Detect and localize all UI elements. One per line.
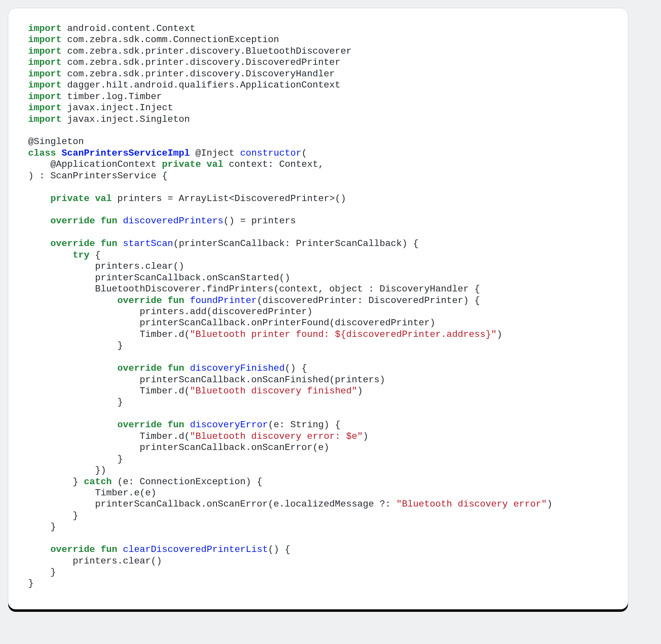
space xyxy=(162,419,168,430)
code-line: } xyxy=(28,397,123,407)
keyword-try: try xyxy=(73,250,90,260)
string-literal: "Bluetooth printer found: ${discoveredPr… xyxy=(190,329,497,340)
keyword-import: import xyxy=(28,91,62,102)
indent xyxy=(28,193,50,204)
space xyxy=(162,363,168,374)
space xyxy=(117,544,123,555)
code-line: printerScanCallback.onScanStarted() xyxy=(28,272,290,283)
code-line: } xyxy=(28,521,56,532)
keyword-class: class xyxy=(28,148,56,159)
text: context: Context, xyxy=(224,159,324,170)
text: Timber.d( xyxy=(28,386,190,396)
code-line: } xyxy=(28,340,123,351)
import-path: com.zebra.sdk.comm.ConnectionException xyxy=(62,34,279,45)
keyword-private: private xyxy=(50,193,90,204)
fn-foundPrinter: foundPrinter xyxy=(190,295,257,306)
import-path: javax.inject.Singleton xyxy=(62,114,190,125)
keyword-fun: fun xyxy=(168,419,185,430)
text: () { xyxy=(285,363,307,374)
string-literal: "Bluetooth discovery finished" xyxy=(190,386,357,396)
code-line: BluetoothDiscoverer.findPrinters(context… xyxy=(28,284,480,294)
code-line: printers.clear() xyxy=(28,261,184,272)
text: printers = ArrayList<DiscoveredPrinter>(… xyxy=(112,193,346,204)
indent xyxy=(28,544,50,555)
import-path: javax.inject.Inject xyxy=(62,102,173,113)
space xyxy=(95,238,101,249)
text: Timber.d( xyxy=(28,431,190,442)
import-path: dagger.hilt.android.qualifiers.Applicati… xyxy=(62,80,340,90)
keyword-val: val xyxy=(207,159,224,170)
import-path: com.zebra.sdk.printer.discovery.Discover… xyxy=(62,69,335,79)
fn-startScan: startScan xyxy=(123,238,174,249)
keyword-catch: catch xyxy=(84,476,112,487)
fn-discoveryError: discoveryError xyxy=(190,419,268,430)
code-line: printerScanCallback.onScanError(e) xyxy=(28,442,329,453)
import-path: timber.log.Timber xyxy=(62,91,162,102)
keyword-override: override xyxy=(117,363,162,374)
keyword-import: import xyxy=(28,57,62,68)
import-path: com.zebra.sdk.printer.discovery.Discover… xyxy=(62,57,340,68)
text: ( xyxy=(302,148,307,159)
code-line: printerScanCallback.onScanFinished(print… xyxy=(28,374,385,385)
fn-discoveredPrinters: discoveredPrinters xyxy=(123,215,224,226)
string-literal: "Bluetooth discovery error" xyxy=(396,499,547,509)
string-literal: "Bluetooth discovery error: $e" xyxy=(190,431,363,442)
space xyxy=(162,295,168,306)
keyword-fun: fun xyxy=(168,295,185,306)
text: (e: ConnectionException) { xyxy=(112,476,263,487)
text: @Inject xyxy=(190,148,240,159)
space xyxy=(117,238,123,249)
space xyxy=(95,215,101,226)
keyword-import: import xyxy=(28,114,62,125)
space xyxy=(184,363,190,374)
keyword-override: override xyxy=(50,215,95,226)
indent xyxy=(28,215,50,226)
keyword-fun: fun xyxy=(168,363,185,374)
code-card: import android.content.Context import co… xyxy=(8,8,628,609)
indent xyxy=(28,238,50,249)
indent xyxy=(28,363,117,374)
keyword-import: import xyxy=(28,23,62,34)
text: (e: String) { xyxy=(268,419,341,430)
annotation-singleton: @Singleton xyxy=(28,136,84,147)
code-line: Timber.e(e) xyxy=(28,488,157,498)
code-line: } xyxy=(28,567,56,578)
text: { xyxy=(90,250,101,260)
keyword-import: import xyxy=(28,80,62,90)
keyword-override: override xyxy=(117,419,162,430)
code-line: } xyxy=(28,578,34,589)
text: } xyxy=(28,476,84,487)
keyword-val: val xyxy=(95,193,112,204)
text: ) xyxy=(363,431,369,442)
space xyxy=(117,215,123,226)
code-line: } xyxy=(28,454,123,464)
keyword-import: import xyxy=(28,102,62,113)
keyword-fun: fun xyxy=(101,238,118,249)
code-line: printerScanCallback.onPrinterFound(disco… xyxy=(28,317,435,328)
indent xyxy=(28,295,117,306)
code-line: } xyxy=(28,510,78,521)
keyword-import: import xyxy=(28,46,62,57)
text: ) xyxy=(497,329,502,340)
import-path: com.zebra.sdk.printer.discovery.Bluetoot… xyxy=(62,46,352,57)
keyword-fun: fun xyxy=(101,215,118,226)
space xyxy=(90,193,95,204)
code-block: import android.content.Context import co… xyxy=(28,23,608,590)
space xyxy=(184,295,190,306)
fn-discoveryFinished: discoveryFinished xyxy=(190,363,285,374)
keyword-private: private xyxy=(162,159,201,170)
code-line: printers.add(discoveredPrinter) xyxy=(28,306,313,317)
fn-clearDiscoveredPrinterList: clearDiscoveredPrinterList xyxy=(123,544,268,555)
code-line: }) xyxy=(28,465,106,476)
constructor-keyword: constructor xyxy=(240,148,302,159)
text: (printerScanCallback: PrinterScanCallbac… xyxy=(173,238,418,249)
indent xyxy=(28,419,117,430)
keyword-fun: fun xyxy=(101,544,118,555)
space xyxy=(184,419,190,430)
keyword-override: override xyxy=(50,238,95,249)
space xyxy=(201,159,207,170)
keyword-import: import xyxy=(28,69,62,79)
indent xyxy=(28,250,73,260)
text: Timber.d( xyxy=(28,329,190,340)
space xyxy=(56,148,62,159)
